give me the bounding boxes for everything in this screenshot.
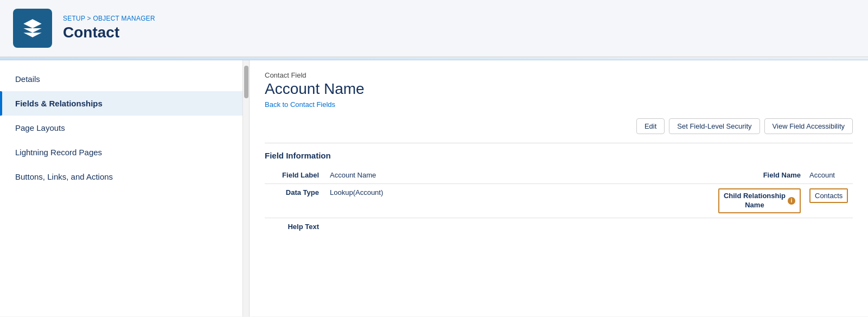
edit-button[interactable]: Edit — [636, 118, 665, 134]
page-header: SETUP > OBJECT MANAGER Contact — [0, 0, 868, 57]
sidebar-item-page-layouts[interactable]: Page Layouts — [0, 116, 249, 140]
sidebar-item-buttons-links-actions[interactable]: Buttons, Links, and Actions — [0, 164, 249, 189]
scroll-thumb — [244, 66, 248, 98]
row1-value: Account Name — [330, 171, 723, 179]
row1-right: Field Name Account — [723, 171, 853, 179]
row3-label: Help Text — [265, 223, 330, 231]
breadcrumb: SETUP > OBJECT MANAGER — [63, 15, 155, 22]
contacts-highlight: Contacts — [809, 188, 848, 203]
sidebar-item-details[interactable]: Details — [0, 67, 249, 91]
field-row-data-type: Data Type Lookup(Account) Child Relation… — [265, 184, 853, 218]
header-text: SETUP > OBJECT MANAGER Contact — [63, 15, 155, 42]
page-title: Contact — [63, 23, 155, 42]
sidebar-nav: Details Fields & Relationships Page Layo… — [0, 60, 249, 316]
row2-right: Child RelationshipName i Contacts — [718, 188, 853, 213]
row1-right-label: Field Name — [723, 171, 809, 179]
section-title: Field Information — [265, 151, 853, 160]
main-layout: Details Fields & Relationships Page Layo… — [0, 60, 868, 316]
field-label-prefix: Contact Field — [265, 71, 853, 79]
layers-icon — [22, 17, 43, 39]
child-relationship-highlight: Child RelationshipName i — [718, 188, 801, 213]
content-area: Contact Field Account Name Back to Conta… — [250, 60, 868, 316]
row2-right-value: Contacts — [809, 188, 853, 203]
child-relationship-label: Child RelationshipName — [724, 192, 786, 210]
sidebar: Details Fields & Relationships Page Layo… — [0, 60, 250, 316]
back-link[interactable]: Back to Contact Fields — [265, 100, 335, 109]
section-divider — [265, 143, 853, 143]
field-row-help-text: Help Text — [265, 218, 853, 235]
set-field-level-security-button[interactable]: Set Field-Level Security — [669, 118, 760, 134]
toolbar: Edit Set Field-Level Security View Field… — [265, 118, 853, 134]
field-title: Account Name — [265, 80, 853, 98]
object-icon — [13, 9, 52, 48]
view-field-accessibility-button[interactable]: View Field Accessibility — [764, 118, 853, 134]
sidebar-item-lightning-record-pages[interactable]: Lightning Record Pages — [0, 140, 249, 164]
row1-right-value: Account — [809, 171, 853, 179]
info-icon: i — [788, 197, 795, 205]
row2-right-label: Child RelationshipName i — [718, 188, 809, 213]
row2-label: Data Type — [265, 188, 330, 196]
sidebar-item-fields-relationships[interactable]: Fields & Relationships — [0, 91, 249, 116]
row2-value: Lookup(Account) — [330, 188, 718, 196]
field-row-field-label: Field Label Account Name Field Name Acco… — [265, 167, 853, 184]
row1-label: Field Label — [265, 171, 330, 179]
sidebar-scrollbar[interactable] — [242, 60, 249, 316]
